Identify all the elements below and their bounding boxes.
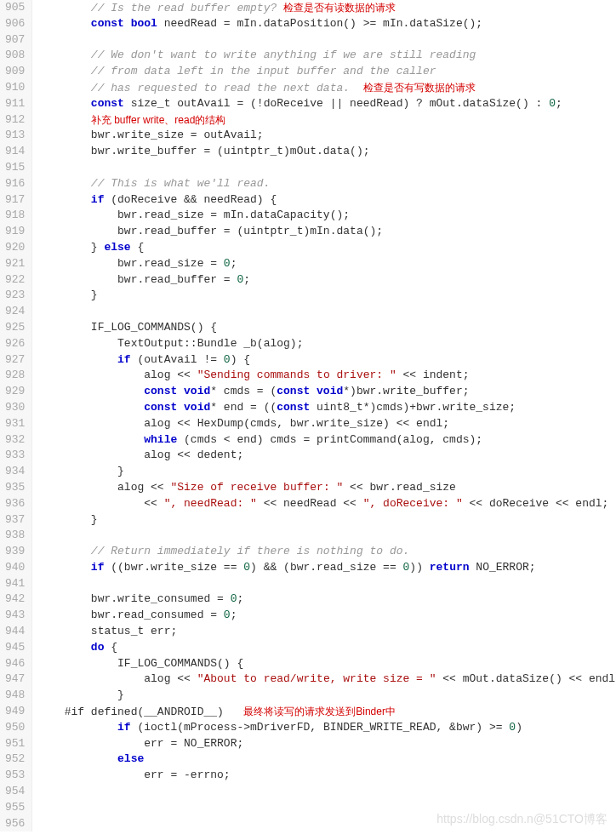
code-line [37,528,616,544]
line-number: 929 [5,384,25,400]
code-line: #if defined(__ANDROID__) 最终将读写的请求发送到Bind… [37,704,616,720]
line-number: 933 [5,448,25,464]
line-number: 909 [5,64,25,80]
watermark: https://blog.csdn.n@51CTO博客 [436,811,607,827]
code-line: alog << "Sending commands to driver: " <… [37,368,616,384]
line-number: 922 [5,272,25,289]
code-line: if ((bwr.write_size == 0) && (bwr.read_s… [37,560,616,576]
line-number: 952 [5,751,25,768]
line-number: 938 [5,528,25,544]
line-number: 914 [5,144,25,160]
code-line: bwr.write_consumed = 0; [37,591,616,608]
code-line: 补充 buffer write、read的结构 [37,112,616,129]
line-number: 943 [5,608,25,624]
code-line: const void* end = ((const uint8_t*)cmds)… [37,400,616,416]
line-number: 934 [5,464,25,480]
line-number: 930 [5,400,25,416]
line-number: 920 [5,240,25,256]
line-number: 949 [5,704,25,720]
line-number: 925 [5,320,25,336]
line-number-gutter: 9059069079089099109119129139149159169179… [0,0,32,831]
line-number: 928 [5,368,25,384]
code-line: bwr.write_size = outAvail; [37,128,616,144]
code-line [37,304,616,320]
line-number: 942 [5,591,25,608]
code-line: alog << HexDump(cmds, bwr.write_size) <<… [37,416,616,432]
code-line: // from data left in the input buffer an… [37,64,616,80]
line-number: 906 [5,16,25,32]
line-number: 956 [5,816,25,832]
line-number: 946 [5,656,25,672]
line-number: 912 [5,112,25,129]
code-line: alog << dedent; [37,448,616,464]
code-line: err = -errno; [37,768,616,784]
code-line: } [37,688,616,704]
code-line: err = NO_ERROR; [37,736,616,752]
code-line: alog << "Size of receive buffer: " << bw… [37,480,616,496]
code-line: } [37,512,616,529]
code-line: do { [37,640,616,656]
code-line: // Return immediately if there is nothin… [37,544,616,560]
code-line: TextOutput::Bundle _b(alog); [37,336,616,352]
line-number: 937 [5,512,25,529]
code-line: bwr.read_consumed = 0; [37,608,616,624]
line-number: 910 [5,80,25,96]
line-number: 935 [5,480,25,496]
line-number: 955 [5,800,25,816]
code-line: status_t err; [37,624,616,640]
line-number: 944 [5,624,25,640]
line-number: 916 [5,176,25,192]
code-line: const size_t outAvail = (!doReceive || n… [37,96,616,112]
line-number: 953 [5,768,25,784]
line-number: 917 [5,192,25,209]
code-line: if (outAvail != 0) { [37,352,616,369]
code-line: bwr.read_buffer = (uintptr_t)mIn.data(); [37,224,616,240]
code-block: 9059069079089099109119129139149159169179… [0,0,616,831]
line-number: 936 [5,496,25,512]
code-line: IF_LOG_COMMANDS() { [37,656,616,672]
line-number: 908 [5,48,25,64]
line-number: 950 [5,720,25,736]
code-line: else [37,751,616,768]
line-number: 951 [5,736,25,752]
code-line: while (cmds < end) cmds = printCommand(a… [37,432,616,449]
line-number: 940 [5,560,25,576]
line-number: 923 [5,288,25,304]
code-line [37,576,616,592]
code-line: // This is what we'll read. [37,176,616,192]
line-number: 927 [5,352,25,369]
line-number: 907 [5,32,25,49]
line-number: 954 [5,784,25,800]
code-line: // We don't want to write anything if we… [37,48,616,64]
code-line: // Is the read buffer empty? 检查是否有读数据的请求 [37,0,616,16]
code-line: bwr.read_size = mIn.dataCapacity(); [37,208,616,224]
line-number: 931 [5,416,25,432]
line-number: 915 [5,160,25,176]
line-number: 932 [5,432,25,449]
line-number: 918 [5,208,25,224]
code-line: const bool needRead = mIn.dataPosition()… [37,16,616,32]
code-line: IF_LOG_COMMANDS() { [37,320,616,336]
code-line: bwr.read_size = 0; [37,256,616,272]
code-line: const void* cmds = (const void*)bwr.writ… [37,384,616,400]
line-number: 941 [5,576,25,592]
code-line: bwr.read_buffer = 0; [37,272,616,289]
line-number: 947 [5,671,25,688]
code-line: } [37,464,616,480]
code-line: // has requested to read the next data. … [37,80,616,96]
code-line [37,32,616,49]
line-number: 945 [5,640,25,656]
code-line [37,160,616,176]
code-column: // Is the read buffer empty? 检查是否有读数据的请求… [32,0,616,831]
code-line: bwr.write_buffer = (uintptr_t)mOut.data(… [37,144,616,160]
code-line: << ", needRead: " << needRead << ", doRe… [37,496,616,512]
line-number: 948 [5,688,25,704]
line-number: 924 [5,304,25,320]
code-line: if (doReceive && needRead) { [37,192,616,209]
line-number: 926 [5,336,25,352]
line-number: 921 [5,256,25,272]
line-number: 939 [5,544,25,560]
line-number: 913 [5,128,25,144]
code-line: if (ioctl(mProcess->mDriverFD, BINDER_WR… [37,720,616,736]
code-line: alog << "About to read/write, write size… [37,671,616,688]
